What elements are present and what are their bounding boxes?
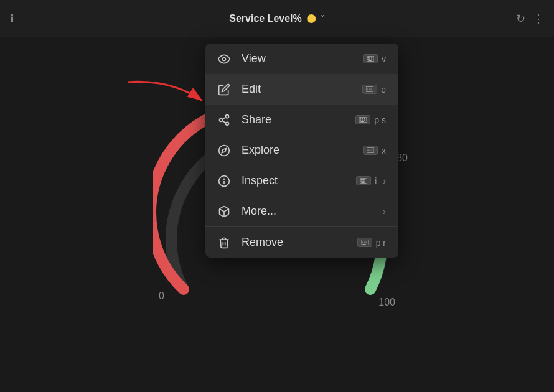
svg-rect-34: [369, 149, 370, 149]
view-key: v: [382, 54, 386, 64]
edit-icon: [218, 83, 235, 96]
svg-rect-5: [367, 59, 369, 60]
context-menu: View v Edit e: [205, 44, 398, 258]
svg-rect-26: [360, 120, 362, 121]
edit-key: e: [381, 85, 386, 95]
eye-icon: [218, 53, 235, 65]
svg-rect-38: [371, 151, 372, 151]
keyboard-icon: [355, 115, 370, 124]
svg-rect-14: [369, 90, 370, 90]
svg-rect-6: [369, 59, 370, 60]
keyboard-icon: [363, 146, 378, 155]
trash-icon: [218, 236, 235, 249]
keyboard-icon: [357, 238, 372, 247]
svg-point-0: [223, 57, 226, 60]
svg-rect-16: [368, 91, 371, 91]
svg-rect-56: [362, 243, 363, 243]
share-label: Share: [242, 113, 355, 126]
svg-rect-13: [367, 90, 368, 90]
more-label: More...: [242, 205, 380, 218]
edit-shortcut: e: [362, 85, 386, 95]
svg-rect-57: [364, 243, 365, 243]
annotation-arrow: [121, 76, 209, 113]
refresh-icon[interactable]: ↻: [516, 12, 525, 26]
svg-rect-37: [369, 151, 370, 151]
menu-item-view[interactable]: View v: [205, 44, 398, 74]
svg-line-20: [222, 121, 226, 123]
menu-item-share[interactable]: Share p s: [205, 105, 398, 135]
menu-item-edit[interactable]: Edit e: [205, 74, 398, 105]
inspect-label: Inspect: [242, 174, 356, 187]
more-shortcut: ›: [380, 207, 386, 217]
svg-rect-48: [362, 181, 364, 182]
compass-icon: [218, 144, 235, 157]
status-dot: [307, 14, 316, 23]
svg-rect-15: [370, 90, 372, 90]
svg-rect-3: [369, 57, 370, 58]
remove-key: p r: [376, 238, 386, 248]
panel-title: Service Level%: [229, 13, 302, 24]
svg-rect-10: [367, 88, 368, 88]
svg-rect-54: [364, 241, 365, 241]
svg-rect-12: [370, 88, 372, 88]
svg-rect-58: [365, 243, 367, 243]
top-bar-right: ↻ ⋮: [516, 12, 544, 26]
info-circle-icon: [218, 175, 235, 187]
info-icon: ℹ: [10, 12, 14, 26]
svg-point-19: [226, 122, 229, 125]
svg-rect-11: [369, 88, 370, 88]
svg-line-21: [222, 117, 226, 119]
top-bar-left: ℹ: [10, 12, 14, 26]
remove-label: Remove: [242, 236, 357, 249]
svg-rect-55: [365, 241, 367, 241]
svg-rect-28: [364, 120, 365, 121]
svg-rect-45: [362, 179, 364, 180]
svg-rect-35: [371, 149, 372, 149]
svg-rect-47: [360, 181, 362, 182]
svg-rect-59: [362, 244, 365, 245]
svg-rect-49: [364, 181, 365, 182]
menu-item-more[interactable]: More... ›: [205, 196, 398, 226]
cube-icon: [218, 205, 235, 218]
svg-rect-23: [360, 118, 362, 119]
svg-marker-31: [222, 148, 226, 152]
svg-rect-7: [371, 59, 372, 60]
chevron-down-icon[interactable]: ˅: [321, 14, 325, 23]
menu-item-inspect[interactable]: Inspect i ›: [205, 166, 398, 196]
menu-item-remove[interactable]: Remove p r: [205, 227, 398, 258]
svg-rect-4: [371, 57, 372, 58]
keyboard-icon: [362, 85, 377, 94]
explore-key: x: [382, 146, 386, 156]
svg-rect-27: [362, 120, 364, 121]
inspect-shortcut: i ›: [356, 176, 386, 186]
svg-rect-46: [364, 179, 365, 180]
svg-rect-33: [367, 149, 369, 149]
explore-label: Explore: [242, 144, 363, 157]
svg-point-30: [219, 145, 230, 156]
inspect-submenu-chevron: ›: [383, 176, 386, 186]
share-key: p s: [374, 115, 386, 125]
svg-rect-53: [362, 241, 363, 241]
more-options-icon[interactable]: ⋮: [533, 12, 544, 26]
view-shortcut: v: [363, 54, 386, 64]
svg-rect-2: [367, 57, 369, 58]
more-submenu-chevron: ›: [383, 207, 386, 217]
svg-rect-8: [368, 60, 371, 61]
svg-rect-29: [361, 121, 364, 122]
keyboard-icon: [356, 176, 371, 185]
top-bar-center: Service Level% ˅: [229, 13, 325, 24]
share-shortcut: p s: [355, 115, 386, 125]
svg-rect-24: [362, 118, 364, 119]
svg-rect-44: [360, 179, 362, 180]
share-icon: [218, 114, 235, 126]
keyboard-icon: [363, 54, 378, 63]
menu-item-explore[interactable]: Explore x: [205, 135, 398, 166]
svg-rect-50: [362, 182, 365, 183]
edit-label: Edit: [242, 83, 362, 96]
explore-shortcut: x: [363, 146, 386, 156]
svg-rect-36: [367, 151, 369, 151]
svg-point-17: [226, 114, 229, 118]
top-bar: ℹ Service Level% ˅ ↻ ⋮: [0, 0, 554, 37]
remove-shortcut: p r: [357, 238, 386, 248]
inspect-key: i: [375, 176, 377, 186]
